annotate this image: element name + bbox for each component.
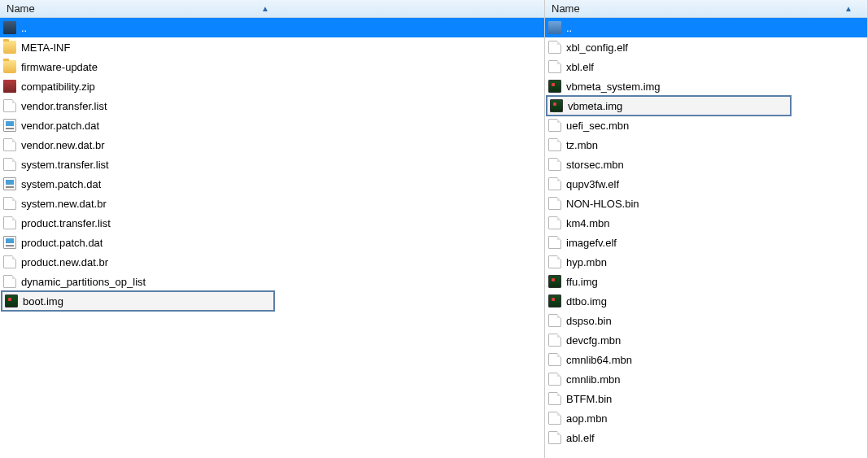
file-icon	[3, 197, 16, 210]
column-header-name-left[interactable]: Name ▲	[0, 0, 544, 18]
file-icon	[548, 353, 561, 366]
file-row[interactable]: cmnlib.mbn	[545, 369, 867, 389]
file-row[interactable]: imagefv.elf	[545, 233, 867, 252]
file-row[interactable]: system.new.dat.br	[0, 194, 544, 213]
file-row[interactable]: xbl.elf	[545, 57, 867, 76]
file-row[interactable]: vendor.transfer.list	[0, 96, 544, 116]
file-icon	[548, 138, 561, 151]
file-name: qupv3fw.elf	[566, 178, 619, 190]
column-header-label: Name	[7, 2, 261, 15]
file-icon	[548, 197, 561, 210]
file-row[interactable]: hyp.mbn	[545, 252, 867, 272]
dat-file-icon	[3, 177, 16, 190]
file-row[interactable]: devcfg.mbn	[545, 330, 867, 350]
file-row[interactable]: vbmeta.img	[547, 96, 791, 116]
file-icon	[548, 392, 561, 405]
file-name: aop.mbn	[566, 412, 608, 425]
parent-dir-row[interactable]: ..	[545, 18, 867, 37]
sort-asc-icon: ▲	[844, 4, 853, 13]
file-icon	[548, 334, 561, 347]
file-row[interactable]: abl.elf	[545, 428, 867, 447]
file-row[interactable]: dynamic_partitions_op_list	[0, 272, 544, 291]
file-name: product.transfer.list	[21, 217, 111, 229]
file-icon	[3, 216, 16, 229]
file-name: uefi_sec.mbn	[566, 120, 629, 132]
folder-icon	[3, 41, 16, 54]
file-icon	[548, 236, 561, 249]
file-row[interactable]: cmnlib64.mbn	[545, 350, 867, 369]
file-name: tz.mbn	[566, 139, 598, 151]
file-row[interactable]: META-INF	[0, 37, 544, 57]
file-row[interactable]: aop.mbn	[545, 408, 867, 428]
file-icon	[3, 99, 16, 112]
dat-file-icon	[3, 236, 16, 249]
file-name: dynamic_partitions_op_list	[21, 276, 146, 288]
file-icon	[548, 412, 561, 425]
file-name: product.patch.dat	[21, 237, 103, 249]
file-name: hyp.mbn	[566, 256, 607, 268]
file-row[interactable]: qupv3fw.elf	[545, 174, 867, 194]
file-row[interactable]: compatibility.zip	[0, 76, 544, 96]
right-pane[interactable]: Name ▲ ..xbl_config.elfxbl.elfvbmeta_sys…	[545, 0, 868, 458]
file-row[interactable]: firmware-update	[0, 57, 544, 76]
column-header-label: Name	[552, 2, 844, 15]
file-row[interactable]: dspso.bin	[545, 311, 867, 330]
file-row[interactable]: boot.img	[2, 291, 274, 311]
file-icon	[548, 255, 561, 268]
zip-archive-icon	[3, 80, 16, 93]
file-name: system.transfer.list	[21, 159, 109, 171]
img-file-icon	[550, 99, 563, 112]
file-name: BTFM.bin	[566, 393, 612, 405]
file-name: abl.elf	[566, 432, 595, 444]
file-row[interactable]: system.transfer.list	[0, 155, 544, 174]
file-icon	[548, 314, 561, 327]
file-name: vendor.new.dat.br	[21, 139, 105, 151]
file-row[interactable]: system.patch.dat	[0, 174, 544, 194]
file-row[interactable]: product.new.dat.br	[0, 252, 544, 272]
file-row[interactable]: tz.mbn	[545, 135, 867, 155]
column-header-name-right[interactable]: Name ▲	[545, 0, 867, 18]
file-row[interactable]: storsec.mbn	[545, 155, 867, 174]
img-file-icon	[548, 275, 561, 288]
file-name: xbl.elf	[566, 61, 594, 73]
file-row[interactable]: ffu.img	[545, 272, 867, 291]
file-name: ..	[566, 22, 572, 34]
file-row[interactable]: vendor.new.dat.br	[0, 135, 544, 155]
file-name: vbmeta.img	[568, 100, 622, 112]
file-name: vendor.patch.dat	[21, 120, 99, 132]
parent-dir-row[interactable]: ..	[0, 18, 544, 37]
folder-icon	[3, 60, 16, 73]
left-file-list: ..META-INFfirmware-updatecompatibility.z…	[0, 18, 544, 311]
parent-folder-icon	[3, 21, 16, 34]
left-pane[interactable]: Name ▲ ..META-INFfirmware-updatecompatib…	[0, 0, 545, 458]
img-file-icon	[548, 80, 561, 93]
file-row[interactable]: NON-HLOS.bin	[545, 194, 867, 213]
file-name: vendor.transfer.list	[21, 100, 107, 112]
file-row[interactable]: vendor.patch.dat	[0, 116, 544, 135]
file-row[interactable]: BTFM.bin	[545, 389, 867, 408]
file-icon	[3, 255, 16, 268]
file-name: dspso.bin	[566, 315, 612, 327]
file-row[interactable]: vbmeta_system.img	[545, 76, 867, 96]
file-name: dtbo.img	[566, 295, 607, 308]
file-name: storsec.mbn	[566, 159, 624, 171]
file-icon	[548, 60, 561, 73]
file-name: cmnlib.mbn	[566, 373, 620, 386]
file-icon	[548, 216, 561, 229]
file-icon	[548, 119, 561, 132]
file-row[interactable]: km4.mbn	[545, 213, 867, 233]
file-row[interactable]: product.patch.dat	[0, 233, 544, 252]
parent-folder-icon	[548, 21, 561, 34]
file-row[interactable]: product.transfer.list	[0, 213, 544, 233]
file-row[interactable]: xbl_config.elf	[545, 37, 867, 57]
file-name: ..	[21, 22, 27, 34]
file-row[interactable]: uefi_sec.mbn	[545, 116, 867, 135]
file-icon	[3, 158, 16, 171]
file-name: compatibility.zip	[21, 81, 95, 93]
file-name: META-INF	[21, 41, 70, 54]
file-row[interactable]: dtbo.img	[545, 291, 867, 311]
right-file-list: ..xbl_config.elfxbl.elfvbmeta_system.img…	[545, 18, 867, 447]
img-file-icon	[5, 294, 18, 308]
file-icon	[548, 158, 561, 171]
sort-asc-icon: ▲	[261, 4, 269, 13]
